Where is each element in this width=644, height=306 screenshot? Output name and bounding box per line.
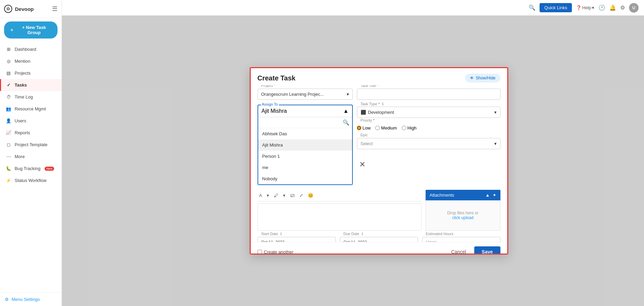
sidebar-item-reports[interactable]: 📈 Reports <box>0 127 62 139</box>
modal-body: Project * Orangescrum Learning Projec...… <box>251 85 507 242</box>
stamp-button[interactable]: 🖃 <box>288 192 296 199</box>
due-date-label: Due Date ℹ <box>343 232 364 236</box>
main-area: 🔍 Quick Links ❓ Help ▾ 🕐 🔔 ⚙ U ✕ Create … <box>62 0 644 306</box>
attachments-column: Attachments ▲ ✦ Drop files here or click… <box>426 190 500 231</box>
assign-option-nobody[interactable]: Nobody <box>258 173 352 184</box>
priority-medium-radio[interactable] <box>375 126 380 130</box>
sidebar: O Devoop ☰ ＋ + New Task Group ⊞ Dashboar… <box>0 0 62 306</box>
status-workflow-icon: ⚡ <box>6 178 11 183</box>
search-icon[interactable]: 🔍 <box>529 4 535 11</box>
gear-icon: ⚙ <box>5 297 9 302</box>
new-badge: New <box>45 167 54 171</box>
drive-icon[interactable]: ▲ <box>485 193 490 198</box>
task-type-value: Development <box>368 110 492 115</box>
highlight-button[interactable]: 🖊 <box>272 192 280 199</box>
priority-high-radio[interactable] <box>402 126 406 130</box>
assign-option-ajit[interactable]: Ajit Mishra <box>258 139 352 151</box>
users-icon: 👤 <box>6 118 11 123</box>
avatar[interactable]: U <box>629 3 639 13</box>
sidebar-item-label: Project Template <box>15 142 48 147</box>
attachments-body: Drop files here or click upload <box>426 200 500 231</box>
sidebar-item-resource-mgmt[interactable]: 👥 Resource Mgmt <box>0 103 62 115</box>
estimated-hours-label: Estimated Hours <box>425 232 455 236</box>
form-row-1: Project * Orangescrum Learning Projec...… <box>258 87 500 100</box>
create-another-label[interactable]: Create another <box>264 249 294 255</box>
assign-to-dropdown: Assign To Ajit Mishra ▲ 🔍 <box>258 105 353 185</box>
priority-low-label[interactable]: Low <box>357 125 371 131</box>
quick-links-button[interactable]: Quick Links <box>540 3 572 12</box>
sidebar-item-label: Status Workflow <box>15 178 47 183</box>
cancel-button[interactable]: Cancel <box>446 246 471 255</box>
project-dropdown-icon: ▾ <box>347 92 349 97</box>
bell-icon[interactable]: 🔔 <box>609 4 616 11</box>
estimated-hours-wrapper: Estimated Hours Hours <box>422 235 500 242</box>
epic-select[interactable]: Select ▾ <box>357 138 500 149</box>
assign-option-me[interactable]: me <box>258 162 352 173</box>
attachments-icons: ▲ ✦ <box>485 193 496 198</box>
create-another-checkbox[interactable] <box>258 250 262 254</box>
plus-icon: ＋ <box>10 27 14 33</box>
project-select[interactable]: Orangescrum Learning Projec... ▾ <box>258 89 353 100</box>
sidebar-item-dashboard[interactable]: ⊞ Dashboard <box>0 43 62 55</box>
search-icon: 🔍 <box>343 119 349 126</box>
assign-to-list: 🔍 Abhisek Das Ajit Mishra Person 1 me No… <box>258 117 352 184</box>
save-button[interactable]: Save <box>474 246 500 255</box>
new-task-group-button[interactable]: ＋ + New Task Group <box>4 21 57 39</box>
assign-to-chevron-icon: ▲ <box>343 108 349 114</box>
start-date-value: Oct 11, 2022 <box>261 240 285 242</box>
priority-low-radio[interactable] <box>357 126 361 130</box>
task-type-wrapper: Task Type * ℹ ⬛ Development ▾ <box>357 105 500 118</box>
sidebar-item-tasks[interactable]: ✓ Tasks <box>0 79 62 91</box>
task-type-priority-col: Task Type * ℹ ⬛ Development ▾ <box>357 105 500 149</box>
assign-option-person1[interactable]: Person 1 <box>258 151 352 162</box>
attachments-header: Attachments ▲ ✦ <box>426 190 500 200</box>
create-another-wrapper: Create another <box>258 249 294 255</box>
expand-button[interactable]: ⤢ <box>298 192 305 199</box>
clock-icon[interactable]: 🕐 <box>598 4 605 11</box>
sidebar-item-label: Dashboard <box>15 47 36 52</box>
dropbox-icon[interactable]: ✦ <box>493 193 496 198</box>
show-hide-button[interactable]: 👁 Show/Hide <box>465 74 500 82</box>
sidebar-item-projects[interactable]: ▤ Projects <box>0 67 62 79</box>
click-upload-link[interactable]: click upload <box>452 215 474 220</box>
eye-icon: 👁 <box>470 76 474 80</box>
sidebar-item-mention[interactable]: ◎ Mention <box>0 55 62 67</box>
description-editor[interactable] <box>258 203 422 231</box>
sidebar-item-project-template[interactable]: ◻ Project Template <box>0 139 62 151</box>
sidebar-item-bug-tracking[interactable]: 🐛 Bug Tracking New <box>0 163 62 174</box>
settings-icon[interactable]: ⚙ <box>620 4 625 11</box>
start-date-info-icon: ℹ <box>280 232 282 236</box>
sidebar-item-users[interactable]: 👤 Users <box>0 115 62 127</box>
sidebar-item-label: Users <box>15 118 26 123</box>
emoji-button[interactable]: 😊 <box>306 192 315 199</box>
sidebar-item-status-workflow[interactable]: ⚡ Status Workflow <box>0 174 62 186</box>
task-type-select[interactable]: ⬛ Development ▾ <box>357 107 500 118</box>
task-type-icon: ⬛ <box>361 110 366 115</box>
assign-search-input[interactable] <box>261 120 343 126</box>
priority-medium-text: Medium <box>381 125 397 131</box>
assign-option-abhisek[interactable]: Abhisek Das <box>258 128 352 139</box>
sidebar-nav: ⊞ Dashboard ◎ Mention ▤ Projects ✓ Tasks… <box>0 42 62 292</box>
estimated-hours-field[interactable]: Hours <box>422 237 500 242</box>
sidebar-item-more[interactable]: ⋯ More <box>0 151 62 163</box>
estimated-hours-value: Hours <box>426 240 437 242</box>
modal-close-button[interactable]: ✕ <box>359 160 365 169</box>
sidebar-item-timelog[interactable]: ⏱ Time Log <box>0 91 62 103</box>
priority-wrapper: Priority * Low <box>357 121 500 133</box>
task-title-input[interactable] <box>357 89 500 100</box>
sidebar-item-label: Mention <box>15 59 30 64</box>
text-color-chevron[interactable]: ▾ <box>265 192 271 199</box>
help-button[interactable]: ❓ Help ▾ <box>576 5 594 10</box>
text-color-button[interactable]: A <box>258 192 264 199</box>
priority-medium-label[interactable]: Medium <box>375 125 397 131</box>
task-type-info-icon: ℹ <box>382 102 384 106</box>
bug-tracking-icon: 🐛 <box>6 166 11 171</box>
assign-to-header[interactable]: Ajit Mishra ▲ <box>258 105 352 117</box>
highlight-chevron[interactable]: ▾ <box>281 192 287 199</box>
menu-settings[interactable]: ⚙ Menu Settings <box>0 292 62 306</box>
start-date-field[interactable]: Oct 11, 2022 <box>258 237 336 242</box>
priority-high-label[interactable]: High <box>402 125 417 131</box>
hamburger-icon[interactable]: ☰ <box>52 5 57 13</box>
due-date-field[interactable]: Oct 11, 2022 <box>340 237 418 242</box>
modal-header: Create Task 👁 Show/Hide <box>251 68 507 85</box>
